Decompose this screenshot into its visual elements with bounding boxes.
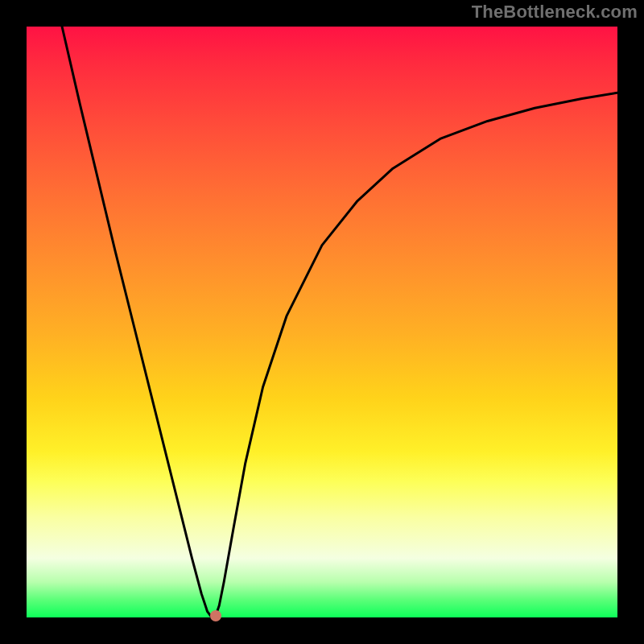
chart-frame: TheBottleneck.com	[0, 0, 644, 644]
marker-dot	[210, 610, 221, 621]
curve-svg	[27, 27, 617, 617]
curve-path	[62, 27, 617, 617]
watermark-text: TheBottleneck.com	[472, 2, 638, 23]
plot-area	[27, 27, 617, 617]
